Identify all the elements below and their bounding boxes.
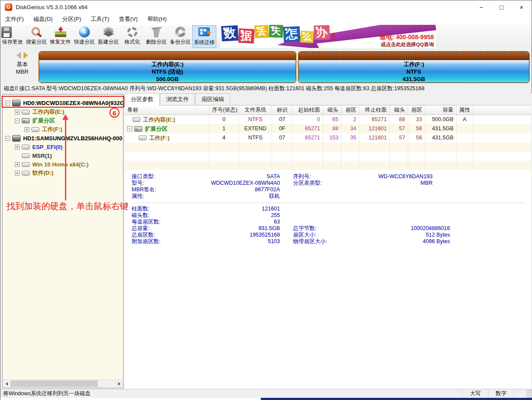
toolbar: 保存更改 搜索分区 恢复文件 快速分区 新建分区 格式化 删除分区 备份分区 [0, 25, 532, 49]
partition-bar-e[interactable]: 工作内容(E:) NTFS (活动) 500.0GB [39, 51, 296, 83]
table-row[interactable] [125, 161, 531, 170]
scrollbar-thumb[interactable] [10, 380, 98, 387]
column-header[interactable]: 标识 [272, 105, 293, 115]
expand-icon[interactable]: + [15, 171, 20, 176]
minimize-button[interactable]: − [471, 0, 491, 14]
detail-label [293, 193, 351, 200]
scroll-right-icon[interactable] [116, 380, 123, 387]
empty-cell [390, 152, 408, 161]
partition-name: 工作内容(E:) [39, 61, 296, 68]
save-changes-button[interactable]: 保存更改 [0, 25, 24, 48]
next-disk-icon[interactable] [24, 52, 28, 59]
bottom-edge-taskbar [261, 398, 532, 400]
empty-cell [239, 152, 272, 161]
collapse-icon[interactable]: − [15, 119, 20, 123]
empty-cell [408, 152, 425, 161]
column-header[interactable]: 终止柱面 [359, 105, 390, 115]
empty-cell [293, 142, 323, 152]
column-header[interactable]: 磁头 [323, 105, 341, 115]
column-header[interactable]: 容量 [425, 105, 457, 115]
empty-cell [272, 152, 293, 161]
partition-size: 500.0GB [39, 75, 296, 83]
search-icon [31, 27, 43, 38]
caps-indicator: 大写 [463, 390, 488, 398]
expand-icon[interactable]: + [24, 127, 29, 132]
tree-item-label: 软件(D:) [32, 169, 53, 177]
empty-cell [341, 161, 359, 170]
expand-icon[interactable]: + [15, 145, 20, 149]
menu-partition[interactable]: 分区(P) [58, 15, 86, 23]
format-button[interactable]: 格式化 [120, 25, 144, 48]
system-migrate-button[interactable]: 系统迁移 [192, 25, 216, 48]
column-header[interactable]: 起始柱面 [293, 105, 323, 115]
table-row[interactable]: 工作(F:)4NTFS0765271153351216015756431.5GB [125, 133, 531, 142]
column-header[interactable]: 扇区 [408, 105, 425, 115]
column-header[interactable]: 扇区 [341, 105, 359, 115]
collapse-icon[interactable]: − [5, 136, 10, 141]
column-header[interactable]: 卷标 [125, 105, 209, 115]
partition-icon [22, 110, 30, 115]
banner-contact[interactable]: 致电: 400-008-9958 或点击此处选择QQ咨询 [380, 34, 434, 47]
table-row[interactable]: 工作内容(E:)0NTFS070652652718833500.0GBA [125, 115, 531, 124]
tree-item-3[interactable]: +工作(F:) [3, 125, 123, 134]
backup-partition-button[interactable]: 备份分区 [168, 25, 192, 48]
recover-files-button[interactable]: 恢复文件 [48, 25, 72, 48]
empty-cell [125, 142, 209, 152]
detail-gap [280, 186, 293, 193]
empty-cell [425, 142, 457, 152]
detail-value [351, 186, 433, 193]
detail-row: 每道扇区数:63 [132, 219, 531, 225]
promo-banner[interactable]: 数据丢失怎么办! DiskGenius 团队为您服务 致电: 400-008-9… [221, 25, 436, 48]
collapse-icon[interactable]: − [127, 126, 132, 131]
table-cell-filler [473, 124, 531, 133]
volume-label: 工作内容(E:) [143, 115, 175, 124]
table-row[interactable]: −扩展分区1EXTEND0F6527188341216015756431.5GB [125, 124, 531, 133]
column-header[interactable]: 磁头 [390, 105, 408, 115]
expand-icon[interactable]: + [15, 162, 20, 167]
scroll-left-icon[interactable] [3, 380, 10, 387]
detail-gap [280, 232, 293, 238]
menu-file[interactable]: 文件(F) [0, 15, 29, 23]
maximize-button[interactable]: □ [491, 0, 512, 14]
tree-item-8[interactable]: +软件(D:) [3, 169, 123, 177]
banner-phone-text: 致电: 400-008-9958 [380, 34, 434, 41]
new-partition-button[interactable]: 新建分区 [96, 25, 120, 48]
detail-gap [280, 212, 293, 219]
menu-tools[interactable]: 工具(T) [86, 15, 114, 23]
volume-label: 扩展分区 [145, 125, 167, 133]
tab-partition-params[interactable]: 分区参数 [125, 93, 160, 105]
detail-row: 总容量:931.5GB总字节数:1000204886016 [132, 225, 531, 232]
menu-help[interactable]: 帮助(H) [143, 15, 171, 23]
tree-item-5[interactable]: +ESP_EFI(0) [3, 142, 123, 151]
delete-partition-button[interactable]: 删除分区 [144, 25, 168, 48]
menu-view[interactable]: 查看(V) [114, 15, 143, 23]
table-row[interactable] [125, 142, 531, 152]
detail-value [351, 212, 450, 219]
prev-disk-icon[interactable] [17, 52, 21, 59]
empty-cell [209, 161, 239, 170]
search-partition-button[interactable]: 搜索分区 [24, 25, 48, 48]
tree-horizontal-scrollbar[interactable] [3, 380, 123, 387]
menu-disk[interactable]: 磁盘(D) [29, 15, 58, 23]
tree-item-7[interactable]: +Win 10 Home x64(C:) [3, 160, 123, 169]
banner-slogan-char: 丢 [255, 25, 269, 38]
quick-partition-button[interactable]: 快速分区 [72, 25, 96, 48]
column-header[interactable]: 序号(状态) [209, 105, 239, 115]
table-row[interactable] [125, 152, 531, 161]
tree-item-4[interactable]: −HD1:SAMSUNGMZVLB256HAHQ-000 [3, 134, 123, 142]
column-header[interactable]: 属性 [457, 105, 473, 115]
tab-strip: 分区参数 浏览文件 扇区编辑 [125, 94, 531, 105]
table-cell: 0 [293, 115, 323, 124]
tree-item-6[interactable]: MSR(1) [3, 151, 123, 160]
empty-cell [323, 142, 341, 152]
expand-icon[interactable]: + [15, 110, 20, 115]
close-button[interactable]: × [512, 0, 532, 14]
tab-browse-files[interactable]: 浏览文件 [160, 93, 195, 105]
column-header[interactable]: 文件系统 [239, 105, 272, 115]
delete-partition-icon [150, 27, 163, 38]
volume-cell: −扩展分区 [125, 124, 209, 133]
table-header-row: 卷标序号(状态)文件系统标识起始柱面磁头扇区终止柱面磁头扇区容量属性 [125, 105, 531, 115]
resize-grip[interactable] [526, 390, 532, 398]
partition-bar-f[interactable]: 工作(F:) NTFS 431.5GB [298, 51, 529, 83]
tab-sector-edit[interactable]: 扇区编辑 [195, 93, 230, 105]
